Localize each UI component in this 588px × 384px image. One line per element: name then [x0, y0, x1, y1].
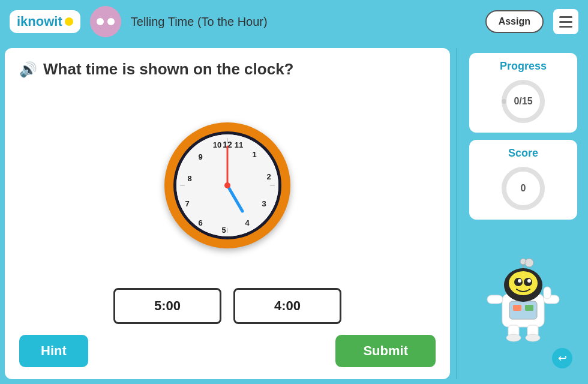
choice-2[interactable]: 4:00	[233, 288, 341, 324]
clock-inner: 12 1 2 3 4 5 6 7 8 9 10 11	[173, 131, 281, 239]
right-panel: Progress 0/15 Score 0	[463, 48, 583, 379]
back-button[interactable]: ↩	[552, 348, 572, 368]
score-label: Score	[508, 147, 538, 160]
clock-container: 12 1 2 3 4 5 6 7 8 9 10 11	[19, 88, 436, 282]
speaker-icon[interactable]: 🔊	[19, 61, 37, 78]
avatar	[90, 6, 121, 37]
choice-1[interactable]: 5:00	[113, 288, 221, 324]
header: iknowit Telling Time (To the Hour) Assig…	[0, 0, 588, 43]
avatar-dot-2	[107, 18, 115, 25]
clock-face: 12 1 2 3 4 5 6 7 8 9 10 11	[176, 134, 278, 236]
svg-text:9: 9	[198, 152, 202, 161]
submit-button[interactable]: Submit	[335, 335, 436, 367]
menu-button[interactable]	[553, 9, 578, 34]
svg-text:1: 1	[252, 150, 256, 159]
progress-label: Progress	[500, 60, 547, 73]
svg-point-19	[224, 182, 230, 188]
svg-rect-36	[487, 295, 503, 304]
clock-outer-ring: 12 1 2 3 4 5 6 7 8 9 10 11	[164, 122, 290, 248]
avatar-dots	[97, 18, 115, 25]
score-box: Score 0	[469, 140, 577, 220]
menu-line-1	[559, 16, 572, 18]
question-text: What time is shown on the clock?	[43, 60, 294, 79]
svg-rect-25	[513, 305, 521, 311]
svg-point-42	[526, 334, 540, 341]
hint-button[interactable]: Hint	[19, 335, 88, 367]
progress-circle: 0/15	[499, 77, 547, 125]
progress-box: Progress 0/15	[469, 53, 577, 133]
lesson-title: Telling Time (To the Hour)	[131, 15, 476, 29]
svg-rect-26	[525, 305, 533, 311]
svg-point-32	[527, 279, 531, 283]
menu-line-3	[559, 26, 572, 28]
logo-text: iknowit	[17, 14, 62, 29]
svg-point-35	[525, 259, 533, 267]
score-value: 0	[521, 183, 526, 194]
progress-value: 0/15	[514, 96, 532, 107]
panel-divider	[456, 48, 457, 379]
svg-text:7: 7	[185, 199, 189, 208]
svg-text:11: 11	[235, 140, 243, 149]
back-icon: ↩	[558, 352, 567, 365]
svg-text:4: 4	[245, 218, 250, 227]
svg-text:10: 10	[213, 140, 221, 149]
robot-mascot	[484, 227, 562, 347]
svg-text:2: 2	[266, 172, 271, 181]
main-content: 🔊 What time is shown on the clock?	[0, 43, 588, 384]
svg-point-41	[506, 334, 521, 341]
svg-point-31	[518, 279, 521, 283]
menu-line-2	[559, 21, 572, 23]
bulb-icon	[65, 17, 73, 26]
bottom-row: Hint Submit	[19, 335, 436, 367]
avatar-dot-1	[97, 18, 104, 25]
svg-text:8: 8	[187, 174, 191, 183]
svg-text:3: 3	[262, 199, 266, 208]
question-row: 🔊 What time is shown on the clock?	[19, 60, 436, 79]
logo: iknowit	[10, 10, 80, 33]
question-panel: 🔊 What time is shown on the clock?	[5, 48, 450, 379]
score-circle: 0	[499, 164, 547, 212]
svg-text:6: 6	[198, 218, 202, 227]
svg-rect-38	[544, 287, 551, 299]
answer-choices: 5:00 4:00	[19, 288, 436, 324]
svg-text:5: 5	[221, 226, 226, 235]
assign-button[interactable]: Assign	[485, 10, 544, 33]
robot-svg	[484, 246, 562, 342]
clock-svg: 12 1 2 3 4 5 6 7 8 9 10 11	[176, 134, 278, 236]
